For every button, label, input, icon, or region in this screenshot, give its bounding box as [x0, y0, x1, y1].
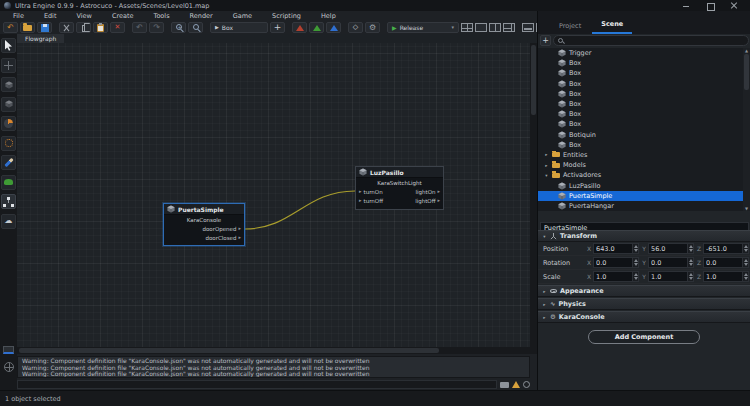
- tree-scrollbar[interactable]: ▲ ▼: [743, 48, 750, 211]
- layout-mixed-icon[interactable]: [503, 23, 515, 32]
- stepper-down-icon[interactable]: [634, 263, 638, 266]
- run-mode-dropdown[interactable]: ▶ Release ▾: [387, 22, 459, 33]
- stepper-down-icon[interactable]: [634, 249, 638, 252]
- tree-item-box[interactable]: Box: [538, 68, 744, 78]
- undo-button[interactable]: ↶: [132, 22, 147, 33]
- close-icon[interactable]: [730, 2, 738, 10]
- tab-flowgraph[interactable]: Flowgraph: [17, 34, 64, 43]
- terrain-water-button[interactable]: [326, 22, 341, 33]
- add-primitive-button[interactable]: +: [270, 22, 285, 33]
- menu-game[interactable]: Game: [223, 12, 262, 20]
- scale-y-input[interactable]: [649, 272, 687, 281]
- layout-single-icon[interactable]: [475, 23, 487, 32]
- stepper-up-icon[interactable]: [634, 259, 638, 262]
- rotation-z-input[interactable]: [704, 258, 742, 267]
- zoom-in-button[interactable]: [171, 22, 186, 33]
- add-entity-button[interactable]: +: [540, 35, 551, 46]
- stepper-up-icon[interactable]: [744, 273, 748, 276]
- position-z-input[interactable]: [704, 244, 742, 253]
- stepper-up-icon[interactable]: [689, 245, 693, 248]
- tree-item-box[interactable]: Box: [538, 99, 744, 109]
- menu-edit[interactable]: Edit: [34, 12, 67, 20]
- error-filter-icon[interactable]: [523, 381, 530, 388]
- redo-button[interactable]: ↷: [149, 22, 164, 33]
- select-tool-button[interactable]: [1, 38, 16, 53]
- tree-item-luzpasillo[interactable]: LuzPasillo: [538, 180, 744, 190]
- delete-button[interactable]: ✕: [110, 22, 125, 33]
- layout-quad-icon[interactable]: [461, 23, 473, 32]
- open-button[interactable]: [20, 22, 35, 33]
- panel-bottom-toggle-icon[interactable]: [522, 23, 534, 32]
- face-edit-tool-button[interactable]: [1, 97, 16, 112]
- web-tab-icon[interactable]: [4, 362, 14, 372]
- stepper[interactable]: [687, 258, 693, 267]
- flowgraph-node-luzpasillo[interactable]: LuzPasillo KaraSwitchLight ▸turnOnlightO…: [355, 166, 444, 210]
- tree-item-puertasimple[interactable]: PuertaSimple: [538, 191, 744, 201]
- stepper-down-icon[interactable]: [744, 249, 748, 252]
- menu-view[interactable]: View: [66, 12, 101, 20]
- stepper[interactable]: [632, 272, 638, 281]
- stepper-up-icon[interactable]: [744, 259, 748, 262]
- flowgraph-horizontal-scrollbar[interactable]: [17, 347, 530, 354]
- scale-x-input[interactable]: [594, 272, 632, 281]
- tree-item-box[interactable]: Box: [538, 89, 744, 99]
- tree-item-puertahangar[interactable]: PuertaHangar: [538, 201, 744, 211]
- stepper[interactable]: [687, 272, 693, 281]
- stepper[interactable]: [742, 272, 748, 281]
- stepper-up-icon[interactable]: [634, 245, 638, 248]
- stepper-down-icon[interactable]: [689, 249, 693, 252]
- paint-tool-button[interactable]: [1, 155, 16, 170]
- tree-item-box[interactable]: Box: [538, 119, 744, 129]
- stepper-down-icon[interactable]: [689, 277, 693, 280]
- tree-item-entities[interactable]: ▸Entities: [538, 150, 744, 160]
- tree-item-trigger[interactable]: Trigger: [538, 48, 744, 58]
- scroll-down-icon[interactable]: ▼: [745, 206, 748, 211]
- stepper-up-icon[interactable]: [689, 273, 693, 276]
- primitive-dropdown[interactable]: ▶ Box: [210, 22, 268, 33]
- scene-search-box[interactable]: [553, 35, 749, 46]
- output-port-doorClosed[interactable]: doorClosed▸: [206, 235, 241, 241]
- console-input[interactable]: [17, 380, 497, 389]
- position-y-input[interactable]: [649, 244, 687, 253]
- menu-tools[interactable]: Tools: [144, 12, 180, 20]
- minimize-icon[interactable]: [682, 2, 690, 10]
- terrain-paint-button[interactable]: [309, 22, 324, 33]
- sphere-tool-button[interactable]: [1, 116, 16, 131]
- section-karaconsole[interactable]: ▸ ⚙ KaraConsole: [538, 311, 750, 323]
- console-tab-icon[interactable]: [3, 346, 14, 354]
- node-header[interactable]: LuzPasillo: [356, 167, 443, 178]
- menu-scripting[interactable]: Scripting: [262, 12, 311, 20]
- section-transform[interactable]: ▾ Transform: [538, 230, 750, 242]
- tree-item-box[interactable]: Box: [538, 79, 744, 89]
- flowgraph-node-puertasimple[interactable]: PuertaSimple KaraConsole doorOpened▸door…: [163, 203, 245, 246]
- tree-item-box[interactable]: Box: [538, 140, 744, 150]
- rotation-y-input[interactable]: [649, 258, 687, 267]
- stepper-down-icon[interactable]: [634, 277, 638, 280]
- tab-scene[interactable]: Scene: [592, 17, 632, 34]
- output-port-doorOpened[interactable]: doorOpened▸: [202, 226, 241, 232]
- stepper-down-icon[interactable]: [689, 263, 693, 266]
- scrollbar-thumb[interactable]: [531, 45, 536, 115]
- position-x-input[interactable]: [594, 244, 632, 253]
- player-button[interactable]: ◇: [348, 22, 363, 33]
- console-filter-icon[interactable]: [500, 382, 509, 388]
- output-port-lightOff[interactable]: lightOff▸: [415, 198, 440, 204]
- stepper[interactable]: [632, 258, 638, 267]
- scroll-up-icon[interactable]: ▲: [745, 48, 748, 53]
- warning-filter-icon[interactable]: [512, 381, 520, 388]
- stepper[interactable]: [742, 244, 748, 253]
- stepper-up-icon[interactable]: [634, 273, 638, 276]
- menu-help[interactable]: Help: [311, 12, 346, 20]
- object-tool-button[interactable]: [1, 77, 16, 92]
- stepper[interactable]: [687, 244, 693, 253]
- tree-item-botiquin[interactable]: Botiquin: [538, 130, 744, 140]
- flowgraph-canvas[interactable]: PuertaSimple KaraConsole doorOpened▸door…: [17, 43, 530, 347]
- section-appearance[interactable]: ▸ Appearance: [538, 285, 750, 297]
- scrollbar-thumb[interactable]: [744, 54, 749, 90]
- input-port-turnOff[interactable]: ▸turnOff: [359, 198, 383, 204]
- tab-project[interactable]: Project: [550, 19, 590, 34]
- section-physics[interactable]: ▸ ∿ Physics: [538, 298, 750, 310]
- save-button[interactable]: [37, 22, 52, 33]
- cut-button[interactable]: [59, 22, 74, 33]
- layout-split-icon[interactable]: [489, 23, 501, 32]
